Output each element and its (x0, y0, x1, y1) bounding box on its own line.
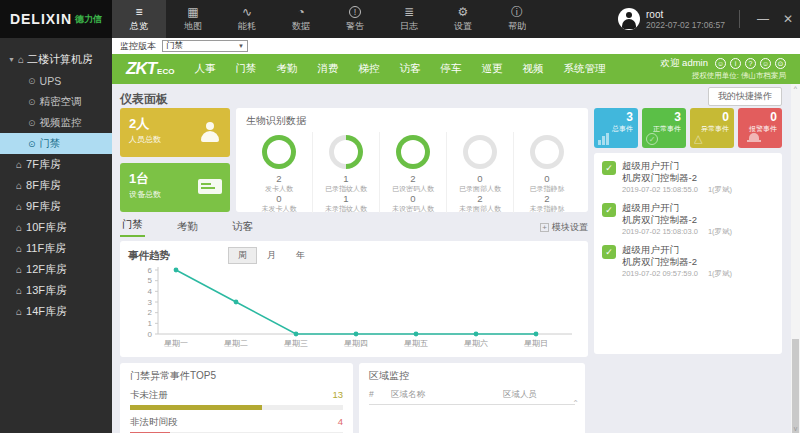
event-list-item[interactable]: ✓ 超级用户开门 机房双门控制器-2 2019-07-02 15:08:55.0… (602, 160, 774, 195)
nav-item-overview[interactable]: ≡ 总览 (112, 0, 166, 38)
biometric-panel: 生物识别数据 2 发卡人数 0 未发卡人数 (236, 108, 588, 212)
divider (739, 10, 740, 28)
donut-chart-cards (262, 135, 296, 169)
sidebar-item-7f[interactable]: ⌂7F库房 (0, 154, 112, 175)
welcome-admin-label: 欢迎 admin (660, 57, 708, 70)
event-list-item[interactable]: ✓ 超级用户开门 机房双门控制器-2 2019-07-02 15:08:03.0… (602, 202, 774, 237)
home-icon: ⌂ (16, 285, 22, 296)
abnormal-events-card[interactable]: 0 异常事件 △ (690, 108, 734, 148)
nav-item-log[interactable]: ≣ 日志 (382, 0, 436, 38)
nav-item-map[interactable]: ▦ 地图 (166, 0, 220, 38)
tab-access-control[interactable]: 门禁 (120, 215, 145, 237)
scroll-down-icon[interactable]: v (791, 425, 800, 432)
caret-down-icon: ▼ (8, 56, 15, 63)
main-area: 监控版本 门禁 ▼ ZKT ECO 人事 门禁 考勤 消费 梯控 访客 停车 巡… (112, 38, 800, 433)
menu-item-parking[interactable]: 停车 (430, 62, 471, 76)
menu-item-access[interactable]: 门禁 (225, 62, 266, 76)
total-events-card[interactable]: 3 总事件 (594, 108, 638, 148)
user-avatar[interactable] (618, 8, 640, 30)
menu-item-attendance[interactable]: 考勤 (266, 62, 307, 76)
home-icon: ⌂ (18, 54, 24, 65)
abnormal-top5-panel: 门禁异常事件TOP5 卡未注册13 非法时间段4 连接断开2 (120, 363, 353, 433)
greenbar-right: 欢迎 admin ☺ i ? ☺ ⊙ 授权使用单位: 佛山市档案局 (660, 57, 786, 81)
sidebar-item-11f[interactable]: ⌂11F库房 (0, 238, 112, 259)
menu-item-visitor[interactable]: 访客 (389, 62, 430, 76)
nav-item-alert[interactable]: ! 警告 (328, 0, 382, 38)
zkteco-menu: 人事 门禁 考勤 消费 梯控 访客 停车 巡更 视频 系统管理 (184, 62, 615, 76)
sidebar-item-14f[interactable]: ⌂14F库房 (0, 301, 112, 322)
alert-icon: ! (349, 6, 361, 18)
module-tabs: 门禁 考勤 访客 + 模块设置 (120, 213, 588, 237)
settings-icon: ⚙ (458, 6, 469, 18)
nav-item-data[interactable]: ◔ 数据 (274, 0, 328, 38)
monitor-version-bar: 监控版本 门禁 ▼ (112, 38, 800, 54)
home-icon: ⌂ (16, 264, 22, 275)
period-month-button[interactable]: 月 (257, 247, 286, 264)
info-icon[interactable]: i (730, 58, 741, 69)
device-total-card[interactable]: 1台 设备总数 (120, 163, 230, 212)
device-icon: ⊙ (28, 76, 36, 86)
region-monitor-panel: 区域监控 # 区域名称 区域人员 ⌃ (359, 363, 585, 433)
svg-text:星期一: 星期一 (164, 339, 188, 348)
sidebar-item-10f[interactable]: ⌂10F库房 (0, 217, 112, 238)
sidebar-item-13f[interactable]: ⌂13F库房 (0, 280, 112, 301)
main-nav: ≡ 总览 ▦ 地图 ∿ 能耗 ◔ 数据 ! 警告 ≣ 日志 (112, 0, 544, 38)
account-icon[interactable]: ☺ (760, 58, 771, 69)
close-button[interactable]: ✕ (776, 12, 800, 26)
svg-text:星期日: 星期日 (524, 339, 548, 348)
period-year-button[interactable]: 年 (286, 247, 315, 264)
nav-item-energy[interactable]: ∿ 能耗 (220, 0, 274, 38)
power-icon[interactable]: ⊙ (775, 58, 786, 69)
log-icon: ≣ (404, 6, 414, 18)
menu-item-personnel[interactable]: 人事 (184, 62, 225, 76)
menu-item-consumption[interactable]: 消费 (307, 62, 348, 76)
home-icon: ⌂ (16, 306, 22, 317)
module-settings-button[interactable]: + 模块设置 (540, 221, 588, 237)
biometric-title: 生物识别数据 (246, 114, 580, 128)
gauge-icon: ◔ (297, 6, 304, 18)
monitor-version-select[interactable]: 门禁 ▼ (162, 40, 248, 52)
sidebar-item-precision-ac[interactable]: ⊙ 精密空调 (0, 91, 112, 112)
sidebar-group-server-room[interactable]: ▼ ⌂ 二楼计算机房 (0, 48, 112, 70)
donut-chart-face (463, 135, 497, 169)
sidebar-item-9f[interactable]: ⌂9F库房 (0, 196, 112, 217)
vertical-scrollbar[interactable]: ^ v (791, 84, 800, 433)
donut-chart-fingerprint (329, 135, 363, 169)
sidebar-item-12f[interactable]: ⌂12F库房 (0, 259, 112, 280)
logo-cn-text: 德力信 (75, 13, 102, 26)
door-open-icon: ✓ (602, 161, 616, 175)
menu-item-elevator[interactable]: 梯控 (348, 62, 389, 76)
sidebar-item-ups[interactable]: ⊙ UPS (0, 70, 112, 91)
svg-text:星期三: 星期三 (284, 339, 308, 348)
quick-action-button[interactable]: 我的快捷操作 (708, 87, 782, 106)
menu-item-patrol[interactable]: 巡更 (471, 62, 512, 76)
biometric-stat-card-issue: 2 发卡人数 0 未发卡人数 (246, 132, 313, 213)
sidebar-item-video-monitor[interactable]: ⊙ 视频监控 (0, 112, 112, 133)
alarm-events-card[interactable]: 0 报警事件 (738, 108, 782, 148)
personnel-total-card[interactable]: 2人 人员总数 (120, 108, 230, 157)
home-icon: ⌂ (16, 180, 22, 191)
svg-text:星期四: 星期四 (344, 339, 368, 348)
collapse-up-icon[interactable]: ⌃ (572, 399, 579, 408)
nav-item-settings[interactable]: ⚙ 设置 (436, 0, 490, 38)
help-icon[interactable]: ? (745, 58, 756, 69)
biometric-stat-card-face: 0 已录面部人数 2 未录面部人数 (447, 132, 514, 213)
user-icon[interactable]: ☺ (715, 58, 726, 69)
scrollbar-thumb[interactable] (792, 339, 799, 433)
normal-events-card[interactable]: 3 正常事件 ✓ (642, 108, 686, 148)
menu-item-system[interactable]: 系统管理 (553, 62, 615, 76)
sidebar-item-8f[interactable]: ⌂8F库房 (0, 175, 112, 196)
menu-item-video[interactable]: 视频 (512, 62, 553, 76)
location-tree-sidebar: ▼ ⌂ 二楼计算机房 ⊙ UPS ⊙ 精密空调 ⊙ 视频监控 ⊙ 门禁 ⌂7F库… (0, 38, 112, 433)
biometric-stat-card-fingerprint: 1 已录指纹人数 1 未录指纹人数 (313, 132, 380, 213)
tab-visitor[interactable]: 访客 (230, 217, 255, 237)
sidebar-item-access-control[interactable]: ⊙ 门禁 (0, 133, 112, 154)
period-week-button[interactable]: 周 (228, 247, 257, 264)
tab-attendance[interactable]: 考勤 (175, 217, 200, 237)
event-list-item[interactable]: ✓ 超级用户开门 机房双门控制器-2 2019-07-02 09:57:59.0… (602, 244, 774, 279)
scroll-up-icon[interactable]: ^ (791, 85, 800, 92)
nav-item-help[interactable]: ⓘ 帮助 (490, 0, 544, 38)
event-trend-title: 事件趋势 (128, 249, 170, 263)
minimize-button[interactable]: — (750, 12, 776, 26)
device-icon: ⊙ (28, 118, 36, 128)
